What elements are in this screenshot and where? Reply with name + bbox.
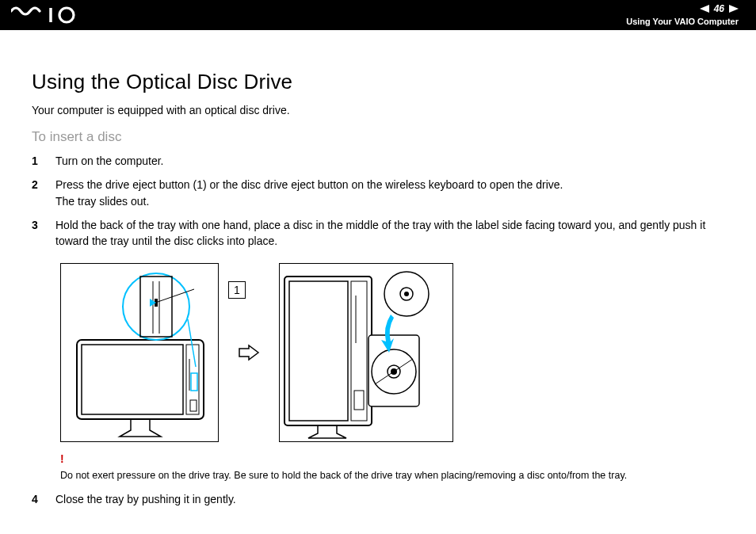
step-2: 2 Press the drive eject button (1) or th… bbox=[32, 177, 724, 209]
svg-point-1 bbox=[59, 8, 74, 22]
step-text: Close the tray by pushing it in gently. bbox=[55, 491, 724, 507]
svg-rect-5 bbox=[82, 345, 183, 414]
vaio-logo bbox=[11, 6, 84, 25]
svg-rect-8 bbox=[190, 400, 197, 411]
step-4: 4 Close the tray by pushing it in gently… bbox=[32, 491, 724, 507]
svg-point-31 bbox=[404, 292, 409, 296]
callout-label: 1 bbox=[228, 281, 246, 299]
step-3: 3 Hold the back of the tray with one han… bbox=[32, 217, 724, 250]
svg-marker-2 bbox=[700, 5, 709, 13]
steps-list-cont: 4 Close the tray by pushing it in gently… bbox=[32, 491, 724, 507]
section-label: Using Your VAIO Computer bbox=[626, 17, 739, 27]
svg-rect-4 bbox=[77, 340, 204, 419]
step-text: Turn on the computer. bbox=[55, 153, 724, 169]
svg-rect-19 bbox=[284, 277, 372, 425]
arrow-icon bbox=[238, 344, 260, 361]
page-content: Using the Optical Disc Drive Your comput… bbox=[0, 30, 756, 531]
step-number: 4 bbox=[32, 491, 55, 507]
svg-rect-17 bbox=[191, 373, 197, 391]
step-line: The tray slides out. bbox=[55, 195, 149, 208]
svg-marker-18 bbox=[239, 345, 258, 360]
step-number: 2 bbox=[32, 177, 55, 193]
page-title: Using the Optical Disc Drive bbox=[32, 70, 724, 94]
step-number: 1 bbox=[32, 153, 55, 169]
step-line: Press the drive eject button (1) or the … bbox=[55, 178, 563, 191]
illustration-row: 1 bbox=[60, 263, 724, 442]
page-number: 46 bbox=[714, 3, 724, 14]
nav-prev-arrow[interactable] bbox=[700, 5, 709, 13]
svg-rect-23 bbox=[354, 391, 364, 410]
caution-note: ! Do not exert pressure on the drive tra… bbox=[60, 452, 724, 483]
step-text: Press the drive eject button (1) or the … bbox=[55, 177, 724, 209]
caution-icon: ! bbox=[60, 452, 724, 467]
illustration-1: 1 bbox=[60, 263, 219, 442]
header-bar: 46 Using Your VAIO Computer bbox=[0, 0, 756, 30]
svg-rect-21 bbox=[351, 281, 367, 421]
steps-list: 1 Turn on the computer. 2 Press the driv… bbox=[32, 153, 724, 249]
caution-text: Do not exert pressure on the drive tray.… bbox=[60, 470, 627, 481]
step-text: Hold the back of the tray with one hand,… bbox=[55, 217, 724, 250]
nav-next-arrow[interactable] bbox=[729, 5, 739, 13]
subheading: To insert a disc bbox=[32, 129, 724, 145]
header-nav: 46 Using Your VAIO Computer bbox=[626, 3, 739, 27]
intro-text: Your computer is equipped with an optica… bbox=[32, 104, 724, 116]
step-1: 1 Turn on the computer. bbox=[32, 153, 724, 169]
step-number: 3 bbox=[32, 217, 55, 233]
svg-rect-20 bbox=[289, 281, 348, 421]
illustration-2 bbox=[279, 263, 453, 442]
svg-marker-3 bbox=[729, 5, 739, 13]
